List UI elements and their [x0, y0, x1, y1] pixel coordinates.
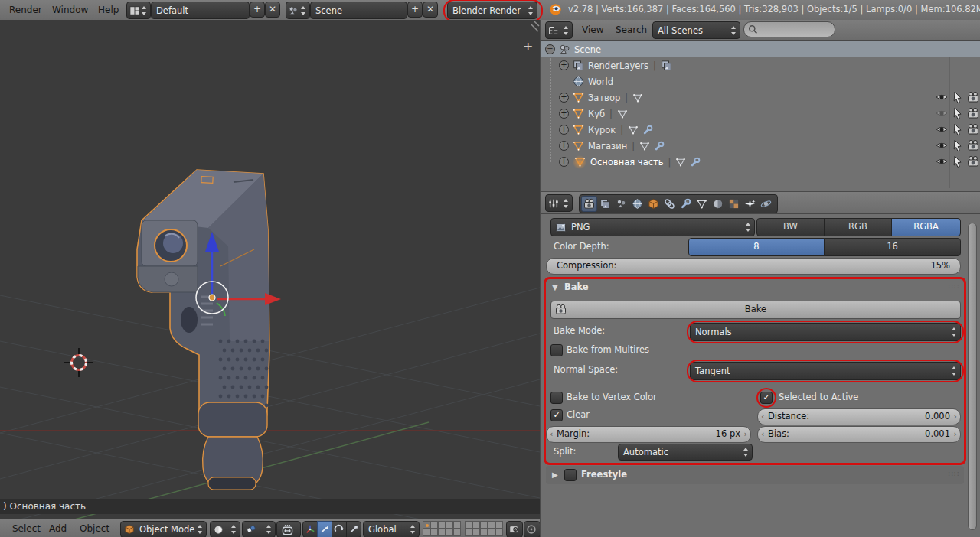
- add-layout-button[interactable]: +: [250, 2, 265, 18]
- expand-icon[interactable]: +: [559, 125, 569, 135]
- orientation-dropdown[interactable]: Global: [363, 521, 420, 537]
- layer-toggle[interactable]: [472, 529, 480, 536]
- manipulator-axes-button[interactable]: [302, 521, 318, 537]
- renderability-camera-icon[interactable]: [967, 123, 979, 135]
- selected-to-active-checkbox[interactable]: ✓: [760, 392, 773, 404]
- layer-toggle[interactable]: [423, 529, 430, 536]
- outliner-row-scene[interactable]: − Scene: [541, 41, 980, 57]
- spinner-icon[interactable]: [410, 525, 416, 534]
- menu-view[interactable]: View: [582, 20, 603, 40]
- layer-toggle[interactable]: [495, 529, 503, 536]
- split-dropdown[interactable]: Automatic: [618, 444, 753, 461]
- selectability-cursor-icon[interactable]: [952, 123, 964, 135]
- scale-manipulator-button[interactable]: [346, 521, 361, 537]
- outliner-row-kurok[interactable]: + Курок |: [541, 122, 980, 138]
- channels-rgb-button[interactable]: RGB: [824, 218, 892, 236]
- scene-type-button[interactable]: [286, 2, 310, 19]
- outliner-row-kub[interactable]: + Куб |: [541, 106, 980, 122]
- tab-material[interactable]: [710, 197, 725, 211]
- tab-constraints[interactable]: [662, 197, 677, 211]
- tab-particles[interactable]: [743, 197, 757, 211]
- mode-dropdown[interactable]: Object Mode: [120, 521, 207, 537]
- outliner-row-world[interactable]: World: [541, 73, 980, 90]
- panel-drag-grip-icon[interactable]: ∷∷: [948, 282, 959, 291]
- spinner-icon[interactable]: [141, 6, 148, 15]
- file-format-dropdown[interactable]: PNG: [550, 218, 755, 236]
- outliner-row-renderlayers[interactable]: + RenderLayers |: [541, 57, 980, 73]
- visibility-eye-icon[interactable]: [936, 139, 948, 151]
- properties-editor-type-button[interactable]: [545, 194, 573, 212]
- compression-slider[interactable]: Compression: 15%: [546, 258, 961, 275]
- outliner-row-zatvor[interactable]: + Затвор |: [541, 90, 980, 106]
- layer-toggle[interactable]: [430, 521, 438, 529]
- outliner-search-field[interactable]: [743, 21, 835, 37]
- visibility-eye-icon[interactable]: [936, 155, 948, 168]
- menu-select[interactable]: Select: [12, 519, 41, 537]
- panel-collapse-triangle-icon[interactable]: ▼: [552, 283, 558, 291]
- menu-add[interactable]: Add: [49, 519, 67, 537]
- menu-help[interactable]: Help: [98, 0, 119, 20]
- layer-toggle[interactable]: [480, 521, 488, 529]
- slider-left-arrow-icon[interactable]: ‹: [761, 409, 764, 424]
- scene-field[interactable]: Scene: [310, 2, 407, 19]
- outliner-row-osnovnaya-chast[interactable]: + Основная часть |: [541, 154, 980, 170]
- outliner-row-magazin[interactable]: + Магазин |: [541, 138, 980, 154]
- visibility-eye-icon[interactable]: [936, 123, 948, 135]
- selectability-cursor-icon[interactable]: [952, 139, 964, 151]
- layer-toggle[interactable]: [438, 529, 446, 536]
- tab-scene[interactable]: [614, 197, 629, 211]
- pivot-point-dropdown[interactable]: [242, 521, 276, 537]
- bake-mode-dropdown[interactable]: Normals: [690, 323, 961, 341]
- renderability-camera-icon[interactable]: [967, 155, 979, 168]
- margin-slider[interactable]: ‹ Margin: 16 px ›: [546, 426, 751, 443]
- expand-icon[interactable]: +: [559, 93, 569, 103]
- tab-texture[interactable]: [727, 197, 741, 211]
- layer-toggle[interactable]: [472, 521, 480, 529]
- layer-toggle[interactable]: [465, 529, 472, 536]
- rotate-manipulator-button[interactable]: [332, 521, 347, 537]
- expand-icon[interactable]: +: [559, 60, 569, 70]
- scene-lock-button[interactable]: [506, 521, 523, 537]
- snap-button[interactable]: [524, 521, 541, 537]
- spinner-icon[interactable]: [230, 525, 237, 534]
- expand-icon[interactable]: +: [559, 141, 569, 151]
- layer-toggle[interactable]: [446, 521, 453, 529]
- normal-space-dropdown[interactable]: Tangent: [690, 362, 961, 380]
- spinner-icon[interactable]: [745, 223, 752, 232]
- renderability-camera-icon[interactable]: [967, 91, 979, 103]
- expand-icon[interactable]: +: [559, 157, 569, 167]
- renderability-camera-icon[interactable]: [967, 139, 979, 151]
- depth-16-button[interactable]: 16: [824, 238, 961, 256]
- channels-rgba-button[interactable]: RGBA: [891, 218, 961, 236]
- selectability-cursor-icon[interactable]: [952, 91, 964, 103]
- slider-right-arrow-icon[interactable]: ›: [954, 427, 957, 441]
- collapse-icon[interactable]: −: [545, 44, 555, 54]
- delete-scene-button[interactable]: ✕: [423, 2, 438, 18]
- expand-icon[interactable]: +: [559, 109, 569, 119]
- layer-toggle[interactable]: [453, 521, 461, 529]
- layer-toggle[interactable]: [495, 521, 503, 529]
- tab-object[interactable]: [646, 197, 661, 211]
- add-scene-button[interactable]: +: [407, 2, 423, 18]
- tab-object-data[interactable]: [694, 197, 709, 211]
- slider-right-arrow-icon[interactable]: ›: [954, 409, 957, 424]
- spinner-icon[interactable]: [951, 327, 958, 337]
- spinner-icon[interactable]: [730, 26, 737, 35]
- render-engine-dropdown[interactable]: Blender Render: [447, 2, 537, 19]
- tab-render-layers[interactable]: [598, 197, 612, 211]
- layer-toggle[interactable]: [430, 529, 438, 536]
- selectability-cursor-icon[interactable]: [952, 107, 964, 119]
- panel-drag-grip-icon[interactable]: ∷∷: [948, 470, 959, 478]
- visibility-eye-icon[interactable]: [936, 91, 948, 103]
- selectability-cursor-icon[interactable]: [952, 155, 964, 168]
- slider-left-arrow-icon[interactable]: ‹: [550, 427, 553, 441]
- panel-expand-triangle-icon[interactable]: ▶: [552, 470, 558, 479]
- layer-toggle[interactable]: [423, 521, 430, 529]
- clear-checkbox[interactable]: ✓: [550, 409, 563, 421]
- spinner-icon[interactable]: [563, 199, 570, 208]
- layer-toggle[interactable]: [488, 521, 495, 529]
- layers-widget[interactable]: [423, 521, 503, 536]
- spinner-icon[interactable]: [563, 26, 570, 35]
- delete-layout-button[interactable]: ✕: [265, 2, 280, 18]
- freestyle-checkbox[interactable]: [564, 469, 577, 481]
